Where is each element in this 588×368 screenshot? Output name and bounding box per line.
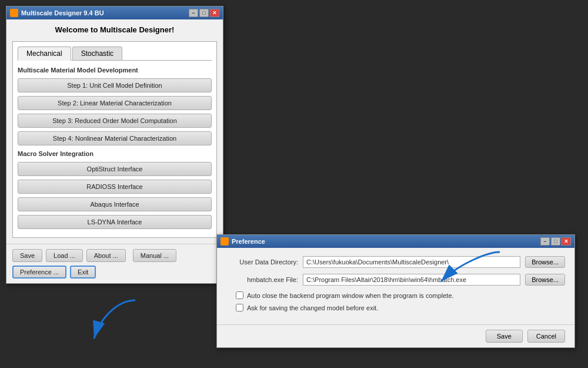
tab-stochastic[interactable]: Stochastic bbox=[72, 47, 122, 60]
main-content: Welcome to Multiscale Designer! Mechanic… bbox=[6, 19, 223, 244]
minimize-button[interactable]: − bbox=[189, 9, 198, 17]
asksave-row: Ask for saving the changed model before … bbox=[236, 304, 565, 311]
about-button[interactable]: About ... bbox=[86, 249, 126, 262]
abaqus-button[interactable]: Abaqus Interface bbox=[18, 197, 212, 211]
bottom-bar: Save Load ... About ... Manual ... Prefe… bbox=[6, 244, 223, 283]
pref-dialog-title: Preference bbox=[232, 238, 265, 245]
pref-save-button[interactable]: Save bbox=[486, 330, 523, 343]
tab-mechanical[interactable]: Mechanical bbox=[18, 47, 71, 61]
main-window: Multiscale Designer 9.4 BU − □ ✕ Welcome… bbox=[6, 6, 223, 284]
asksave-checkbox[interactable] bbox=[236, 304, 243, 311]
hmbatch-input[interactable] bbox=[303, 274, 520, 286]
preference-dialog: Preference − □ ✕ User Data Directory: Br… bbox=[216, 234, 575, 348]
pref-cancel-button[interactable]: Cancel bbox=[527, 330, 565, 343]
hmbatch-browse-button[interactable]: Browse... bbox=[525, 274, 565, 286]
hmbatch-label: hmbatch.exe File: bbox=[226, 276, 303, 283]
macro-solver-title: Macro Solver Integration bbox=[18, 150, 212, 157]
pref-content: User Data Directory: Browse... hmbatch.e… bbox=[217, 248, 574, 324]
step4-button[interactable]: Step 4: Nonlinear Material Characterizat… bbox=[18, 131, 212, 145]
welcome-title: Welcome to Multiscale Designer! bbox=[12, 25, 217, 34]
pref-app-icon bbox=[220, 237, 229, 246]
app-icon bbox=[10, 9, 18, 17]
hmbatch-row: hmbatch.exe File: Browse... bbox=[226, 274, 565, 286]
pref-title-bar: Preference − □ ✕ bbox=[217, 235, 574, 248]
pref-bottom-bar: Save Cancel bbox=[217, 324, 574, 347]
user-data-browse-button[interactable]: Browse... bbox=[525, 256, 565, 268]
step1-button[interactable]: Step 1: Unit Cell Model Definition bbox=[18, 78, 212, 92]
tab-bar: Mechanical Stochastic bbox=[18, 47, 212, 61]
load-button[interactable]: Load ... bbox=[46, 249, 83, 262]
main-title-bar: Multiscale Designer 9.4 BU − □ ✕ bbox=[6, 6, 223, 19]
optistruct-button[interactable]: OptiStruct Interface bbox=[18, 162, 212, 176]
model-development-title: Multiscale Material Model Development bbox=[18, 67, 212, 74]
user-data-label: User Data Directory: bbox=[226, 258, 303, 266]
pref-close-button[interactable]: ✕ bbox=[562, 237, 571, 246]
asksave-label: Ask for saving the changed model before … bbox=[247, 304, 378, 311]
exit-button[interactable]: Exit bbox=[70, 266, 96, 279]
step3-button[interactable]: Step 3: Reduced Order Model Computation bbox=[18, 114, 212, 128]
save-button[interactable]: Save bbox=[12, 249, 42, 262]
close-button[interactable]: ✕ bbox=[210, 9, 219, 17]
maximize-button[interactable]: □ bbox=[199, 9, 209, 17]
preference-button[interactable]: Preference ... bbox=[12, 266, 66, 279]
pref-maximize-button[interactable]: □ bbox=[551, 237, 560, 246]
user-data-input[interactable] bbox=[303, 256, 520, 268]
step2-button[interactable]: Step 2: Linear Material Characterization bbox=[18, 96, 212, 110]
autoclose-row: Auto close the backend program window wh… bbox=[236, 291, 565, 299]
main-window-title: Multiscale Designer 9.4 BU bbox=[21, 9, 104, 16]
tabs-container: Mechanical Stochastic Multiscale Materia… bbox=[12, 41, 217, 238]
lsdyna-button[interactable]: LS-DYNA Interface bbox=[18, 215, 212, 229]
autoclose-label: Auto close the backend program window wh… bbox=[247, 292, 454, 299]
user-data-row: User Data Directory: Browse... bbox=[226, 256, 565, 268]
manual-button[interactable]: Manual ... bbox=[133, 249, 176, 262]
pref-minimize-button[interactable]: − bbox=[540, 237, 550, 246]
arrow-to-preference bbox=[82, 289, 153, 347]
radioss-button[interactable]: RADIOSS Interface bbox=[18, 180, 212, 194]
autoclose-checkbox[interactable] bbox=[236, 291, 243, 299]
